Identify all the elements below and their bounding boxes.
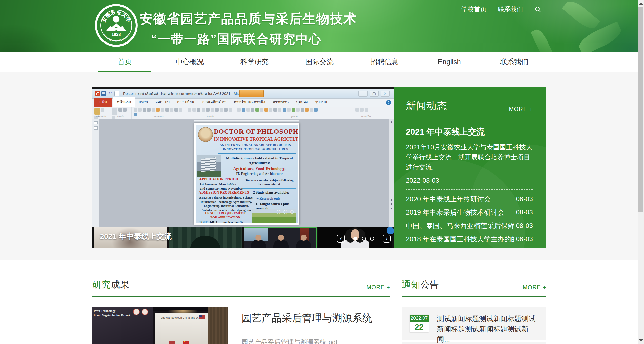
notice-title-green: 通知 [402, 279, 420, 290]
find-icon [355, 108, 359, 112]
help-icon: ? [386, 100, 391, 105]
ppt-ruler [194, 120, 299, 122]
poster-plan1: ➢ Research only [256, 196, 280, 201]
nav-item-english[interactable]: English [417, 52, 482, 72]
news-item-title: 2019 年中泰采后生物技术研讨会 [406, 208, 504, 217]
page-scrollbar[interactable] [638, 0, 644, 344]
carousel-prev-button[interactable]: ‹ [337, 235, 345, 243]
carousel-next-button[interactable]: › [383, 235, 391, 243]
scrollbar-down-icon[interactable] [639, 339, 643, 342]
news-list-item[interactable]: 2020 年中泰线上年终研讨会 08-03 [406, 192, 533, 206]
ribbon-group-paragraph: ย่อหน้า [186, 107, 235, 119]
shape-icon [283, 108, 286, 112]
featured-news-title[interactable]: 2021 年中泰线上交流 [406, 126, 533, 138]
ppt-tab-transitions: การเปลี่ยน [173, 98, 198, 107]
leaf-decoration [562, 0, 600, 32]
mini-icon [179, 108, 182, 112]
notice-item[interactable]: 2022.07 22 测试新闻标题测试新闻标题测试新闻标题测试新闻标题测试新闻.… [402, 307, 546, 340]
screen-title: Trade war between China and U.S.A [158, 316, 203, 319]
minimize-icon: – [358, 91, 368, 97]
ppt-tab-home: หน้าแรก [113, 97, 135, 107]
link-school-home[interactable]: 学校首页 [456, 5, 492, 13]
shape-icon [314, 108, 318, 112]
ppt-tab-animations: ภาพเคลื่อนไหว [198, 98, 230, 107]
news-list-item[interactable]: Yaowapa Boon-Ek 在安徽农业大学温波... 08-03 [406, 246, 533, 248]
ribbon-group-label: แบบอักษร [132, 115, 186, 118]
research-item-file[interactable]: 园艺产品采后管理与溯源系统.pdf [242, 338, 372, 344]
ribbon-group-editing: การแก้ไข [353, 107, 379, 119]
poster-field-heading: Multidisciplinary field related to Tropi… [223, 156, 296, 165]
close-icon: ✕ [381, 91, 390, 97]
meeting-button-icon [387, 227, 394, 234]
slide-thumbnail [94, 121, 98, 124]
news-list-item[interactable]: 2018 年在泰国国王科技大学主办的的采... 08-03 [406, 232, 533, 246]
research-section-title: 研究成果 [92, 279, 130, 291]
news-carousel[interactable]: Poster ประชาสัมพันธ์ ปรด นวัตกรรมเกษตรเข… [92, 87, 394, 248]
news-item-date: 08-03 [516, 195, 533, 203]
scroll-down-icon: ▼ [389, 207, 394, 210]
ribbon-group-drawing: รูปวาด [235, 107, 353, 119]
notice-date-month: 2022.07 [410, 315, 429, 322]
notice-more-link[interactable]: MORE + [522, 284, 546, 291]
university-logo[interactable]: 安徽农业大学 1928 Anhui Agricultural Universit… [94, 3, 138, 48]
nav-item-research[interactable]: 科学研究 [222, 52, 287, 72]
research-more-link[interactable]: MORE + [366, 284, 390, 291]
mini-icon [197, 108, 200, 112]
news-item-title: 2018 年在泰国国王科技大学主办的的采... [406, 235, 514, 244]
news-divider [406, 117, 533, 117]
site-title-line1: 安徽省园艺产品品质与采后生物技术 [140, 10, 333, 28]
ppt-editing-area: DOCTOR OF PHILOSOPHY IN INNOVATIVE TROPI… [92, 119, 389, 227]
news-item-date: 08-03 [516, 235, 533, 243]
notice-divider [402, 296, 546, 297]
poster-students-note: Students can select subjects following t… [244, 179, 295, 186]
ppt-scrollbar[interactable]: ▲ ⬆ ⬇ ▼ [389, 119, 394, 227]
scroll-up-icon: ▲ [389, 120, 394, 123]
mini-icon [211, 108, 214, 112]
research-title-dark: 成果 [111, 279, 130, 290]
us-flag-icon [169, 341, 175, 344]
site-header: 安徽农业大学 1928 Anhui Agricultural Universit… [0, 0, 638, 52]
carousel-dot-1[interactable] [353, 237, 357, 241]
poster-toefl-table: TOEFL (iBT)not less than 32 TOEFL (ITP)n… [199, 220, 245, 223]
ppt-tab-view: มุมมอง [292, 98, 311, 107]
shape-icon [242, 108, 245, 112]
shape-icon [246, 108, 250, 112]
carousel-dot-2[interactable] [362, 237, 366, 241]
nav-item-contact[interactable]: 联系我们 [482, 52, 547, 72]
carousel-dot-3[interactable] [370, 237, 374, 241]
shape-icon [255, 108, 259, 112]
link-contact-us[interactable]: 联系我们 [492, 5, 529, 13]
news-item-title: Yaowapa Boon-Ek 在安徽农业大学温波... [406, 248, 514, 249]
shape-icon [296, 108, 300, 112]
news-item-title: 2020 年中泰线上年终研讨会 [406, 195, 491, 204]
nav-item-overview[interactable]: 中心概况 [157, 52, 222, 72]
shape-icon [237, 108, 241, 112]
mini-icon [206, 108, 210, 112]
field-photo: ⬡ ⬡ ⬡ [252, 209, 296, 223]
scrollbar-thumb[interactable] [638, 7, 643, 212]
research-item-title[interactable]: 园艺产品采后管理与溯源系统 [242, 311, 372, 325]
nav-item-international[interactable]: 国际交流 [287, 52, 352, 72]
participant [273, 240, 289, 248]
ppt-tab-insert: แทรก [135, 98, 152, 107]
shape-icon [278, 108, 281, 112]
poster-subtitle: AN INTERNATIONAL GRADUATE DEGREE IN INNO… [214, 143, 297, 151]
news-list-item[interactable]: 2019 年中泰采后生物技术研讨会 08-03 [406, 206, 533, 219]
news-list-item-hovered[interactable]: 中国、泰国、马来西亚榴莲采后保鲜技术... 08-03 [406, 219, 533, 232]
nav-item-home[interactable]: 首页 [92, 52, 157, 72]
ppt-ribbon-tabs: แฟ้ม หน้าแรก แทรก ออกแบบ การเปลี่ยน ภาพเ… [92, 99, 394, 107]
search-icon[interactable] [529, 6, 543, 13]
carousel-controls: ‹ › [337, 235, 391, 243]
page-up-icon: ⬆ [389, 199, 394, 201]
news-more-link[interactable]: MORE + [509, 106, 533, 113]
research-item[interactable]: rvest Technology it and Vegetables for E… [92, 307, 390, 344]
news-item-date: 08-03 [516, 208, 533, 216]
ribbon-group-slides: ภาพนิ่ง [110, 107, 132, 119]
ribbon-group-label: คลิปบอร์ด [92, 115, 110, 118]
scrollbar-up-icon[interactable] [639, 2, 643, 5]
nav-item-recruit[interactable]: 招聘信息 [352, 52, 417, 72]
shape-icon [305, 108, 309, 112]
poster-admission: ADMISSION REQUIREMENTS [199, 191, 249, 195]
shape-icon [287, 108, 291, 112]
kmutt-logo [198, 127, 213, 142]
